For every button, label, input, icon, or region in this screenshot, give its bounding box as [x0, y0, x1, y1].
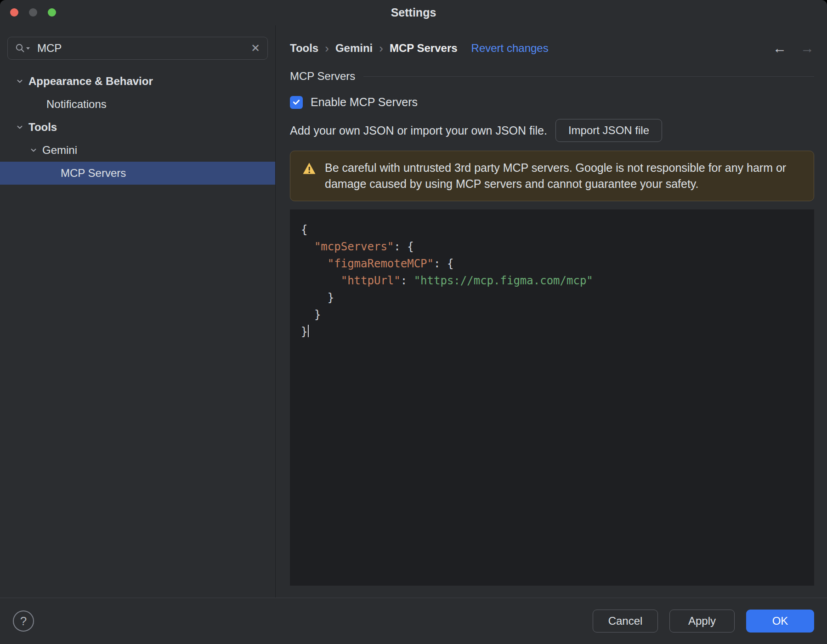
json-editor-code: { "mcpServers": { "figmaRemoteMCP": { "h… [301, 221, 805, 340]
sidebar-item-mcp-servers[interactable]: MCP Servers [0, 162, 275, 185]
forward-arrow-icon[interactable]: → [800, 40, 814, 56]
settings-tree: Appearance & Behavior Notifications Tool… [0, 70, 275, 185]
enable-mcp-label: Enable MCP Servers [311, 96, 418, 109]
import-json-text: Add your own JSON or import your own JSO… [290, 124, 547, 137]
sidebar-item-appearance-behavior[interactable]: Appearance & Behavior [0, 70, 275, 93]
breadcrumb-item-mcp-servers: MCP Servers [390, 42, 458, 55]
settings-window: Settings ✕ Appearance & Behavior [0, 0, 827, 644]
enable-mcp-row: Enable MCP Servers [290, 96, 814, 109]
chevron-down-icon[interactable] [16, 77, 24, 85]
minimize-window-button[interactable] [29, 8, 37, 17]
help-icon: ? [20, 614, 27, 628]
settings-content: Tools › Gemini › MCP Servers Revert chan… [276, 25, 827, 598]
import-json-row: Add your own JSON or import your own JSO… [290, 119, 814, 142]
json-editor[interactable]: { "mcpServers": { "figmaRemoteMCP": { "h… [290, 209, 814, 586]
sidebar-item-label: Tools [28, 121, 57, 134]
titlebar: Settings [0, 0, 827, 25]
sidebar-item-tools[interactable]: Tools [0, 116, 275, 139]
warning-banner: Be careful with untrusted 3rd party MCP … [290, 151, 814, 201]
help-button[interactable]: ? [13, 610, 34, 632]
breadcrumb: Tools › Gemini › MCP Servers Revert chan… [290, 40, 814, 56]
zoom-window-button[interactable] [48, 8, 56, 17]
cancel-button[interactable]: Cancel [593, 610, 658, 633]
sidebar-item-label: MCP Servers [61, 167, 126, 180]
traffic-lights [10, 8, 56, 17]
chevron-down-icon[interactable] [16, 123, 24, 131]
search-icon [15, 43, 31, 53]
sidebar-item-notifications[interactable]: Notifications [0, 93, 275, 116]
import-json-button[interactable]: Import JSON file [555, 119, 662, 142]
section-header: MCP Servers [290, 70, 814, 83]
section-divider [363, 76, 814, 77]
search-input[interactable] [36, 41, 245, 55]
breadcrumb-item-gemini[interactable]: Gemini [335, 42, 373, 55]
apply-button[interactable]: Apply [669, 610, 735, 633]
chevron-down-icon[interactable] [29, 146, 38, 154]
close-window-button[interactable] [10, 8, 18, 17]
section-title: MCP Servers [290, 70, 355, 83]
sidebar-item-label: Gemini [42, 144, 77, 157]
footer-bar: ? Cancel Apply OK [0, 598, 827, 644]
window-title: Settings [391, 6, 436, 19]
sidebar-item-label: Appearance & Behavior [28, 75, 153, 88]
enable-mcp-checkbox[interactable] [290, 96, 303, 109]
sidebar-item-gemini[interactable]: Gemini [0, 139, 275, 162]
breadcrumb-separator-icon: › [379, 41, 383, 56]
revert-changes-link[interactable]: Revert changes [471, 42, 549, 55]
checkmark-icon [293, 99, 300, 105]
warning-icon [302, 162, 316, 175]
warning-text: Be careful with untrusted 3rd party MCP … [325, 160, 802, 192]
search-field[interactable]: ✕ [7, 37, 268, 60]
settings-sidebar: ✕ Appearance & Behavior Notifications To [0, 25, 276, 598]
ok-button[interactable]: OK [746, 610, 814, 633]
back-arrow-icon[interactable]: ← [773, 40, 787, 56]
breadcrumb-separator-icon: › [325, 41, 329, 56]
sidebar-item-label: Notifications [46, 98, 107, 111]
breadcrumb-item-tools[interactable]: Tools [290, 42, 318, 55]
clear-search-icon[interactable]: ✕ [251, 43, 260, 54]
